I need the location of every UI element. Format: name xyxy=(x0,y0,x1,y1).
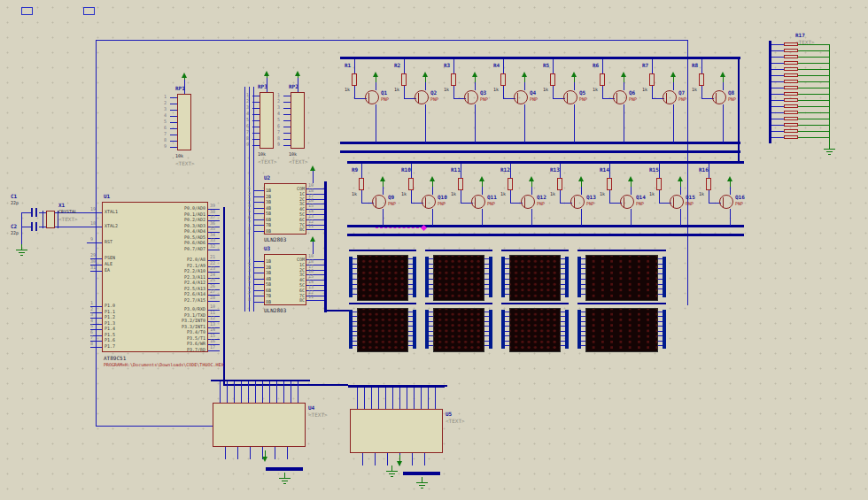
terminal-icon[interactable] xyxy=(21,7,33,15)
matrix-pin-header[interactable] xyxy=(565,257,569,297)
resistor-body[interactable] xyxy=(656,178,662,190)
wire-segment[interactable] xyxy=(21,212,22,227)
resistor-pack-body[interactable] xyxy=(291,92,305,149)
resistor-body[interactable] xyxy=(600,73,605,86)
resistor-body[interactable] xyxy=(784,73,798,77)
bus-wire[interactable] xyxy=(501,303,569,304)
bus-wire[interactable] xyxy=(349,303,416,304)
ground-icon[interactable] xyxy=(279,478,291,479)
resistor-body[interactable] xyxy=(649,73,655,86)
bus-wire[interactable] xyxy=(211,380,307,381)
ground-icon[interactable] xyxy=(824,149,835,150)
resistor-body[interactable] xyxy=(784,117,798,120)
resistor-body[interactable] xyxy=(784,129,798,133)
ground-bus[interactable] xyxy=(266,467,303,471)
matrix-pin-header[interactable] xyxy=(663,257,666,297)
transistor-body[interactable] xyxy=(514,90,528,104)
transistor-body[interactable] xyxy=(670,195,684,209)
led-matrix-display[interactable] xyxy=(433,255,484,301)
resistor-body[interactable] xyxy=(352,73,357,86)
transistor-body[interactable] xyxy=(365,90,379,104)
resistor-body[interactable] xyxy=(607,178,612,190)
transistor-body[interactable] xyxy=(719,195,733,209)
bus-wire[interactable] xyxy=(340,150,740,153)
resistor-body[interactable] xyxy=(784,42,798,46)
wire-segment[interactable] xyxy=(96,426,213,427)
led-matrix-display[interactable] xyxy=(357,255,408,301)
transistor-body[interactable] xyxy=(570,195,585,209)
bus-wire[interactable] xyxy=(425,303,492,304)
bus-wire[interactable] xyxy=(225,384,348,386)
transistor-body[interactable] xyxy=(415,90,429,104)
resistor-body[interactable] xyxy=(784,49,798,52)
transistor-body[interactable] xyxy=(613,90,627,104)
resistor-body[interactable] xyxy=(784,92,798,96)
wire-segment[interactable] xyxy=(96,40,688,41)
bus-wire[interactable] xyxy=(349,250,416,251)
bus-wire[interactable] xyxy=(347,234,744,236)
resistor-body[interactable] xyxy=(784,98,798,102)
wire-segment[interactable] xyxy=(96,40,97,427)
bus-wire[interactable] xyxy=(347,161,744,164)
wire-segment[interactable] xyxy=(244,87,245,312)
resistor-body[interactable] xyxy=(784,67,798,71)
led-matrix-display[interactable] xyxy=(585,255,658,301)
matrix-pin-header[interactable] xyxy=(489,257,492,297)
ground-icon[interactable] xyxy=(16,250,27,250)
resistor-body[interactable] xyxy=(359,178,364,190)
bus-wire[interactable] xyxy=(501,250,569,251)
resistor-body[interactable] xyxy=(784,123,798,127)
resistor-body[interactable] xyxy=(458,178,463,190)
wire-segment[interactable] xyxy=(687,40,688,305)
bus-wire[interactable] xyxy=(738,59,740,164)
resistor-body[interactable] xyxy=(784,135,798,139)
resistor-body[interactable] xyxy=(784,104,798,108)
led-matrix-display[interactable] xyxy=(433,308,484,352)
ground-icon[interactable] xyxy=(386,471,398,472)
transistor-body[interactable] xyxy=(663,90,677,104)
driver-ic-body[interactable] xyxy=(350,409,443,453)
matrix-pin-header[interactable] xyxy=(489,310,492,349)
transistor-body[interactable] xyxy=(712,90,726,104)
power-terminal-icon[interactable] xyxy=(262,457,267,462)
bus-wire[interactable] xyxy=(223,207,225,386)
bus-wire[interactable] xyxy=(577,303,666,304)
matrix-pin-header[interactable] xyxy=(565,310,569,349)
power-terminal-icon[interactable] xyxy=(397,461,402,466)
led-matrix-display[interactable] xyxy=(357,308,408,352)
terminal-icon[interactable] xyxy=(83,7,95,15)
led-matrix-display[interactable] xyxy=(509,255,561,301)
resistor-body[interactable] xyxy=(784,86,798,89)
resistor-body[interactable] xyxy=(699,73,704,86)
led-matrix-display[interactable] xyxy=(585,308,658,352)
resistor-body[interactable] xyxy=(408,178,414,190)
transistor-body[interactable] xyxy=(471,195,485,209)
resistor-body[interactable] xyxy=(550,73,555,86)
led-matrix-display[interactable] xyxy=(509,308,561,352)
driver-ic-body[interactable] xyxy=(213,403,306,447)
resistor-body[interactable] xyxy=(784,111,798,114)
bus-wire[interactable] xyxy=(340,57,740,59)
transistor-body[interactable] xyxy=(563,90,577,104)
transistor-body[interactable] xyxy=(620,195,634,209)
resistor-pack-body[interactable] xyxy=(177,94,191,150)
resistor-body[interactable] xyxy=(706,178,711,190)
ground-bus[interactable] xyxy=(403,472,440,475)
matrix-pin-header[interactable] xyxy=(413,310,416,349)
resistor-body[interactable] xyxy=(784,61,798,65)
resistor-body[interactable] xyxy=(401,73,407,86)
bus-wire[interactable] xyxy=(425,250,492,251)
matrix-pin-header[interactable] xyxy=(413,257,416,297)
transistor-body[interactable] xyxy=(521,195,535,209)
resistor-body[interactable] xyxy=(500,73,506,86)
resistor-pack-body[interactable] xyxy=(260,92,274,149)
bus-wire[interactable] xyxy=(348,386,445,388)
resistor-body[interactable] xyxy=(557,178,562,190)
bus-wire[interactable] xyxy=(340,142,740,144)
transistor-body[interactable] xyxy=(464,90,478,104)
crystal-body[interactable] xyxy=(46,211,55,228)
transistor-body[interactable] xyxy=(422,195,436,209)
bus-wire[interactable] xyxy=(324,181,327,312)
bus-wire[interactable] xyxy=(324,310,349,312)
transistor-body[interactable] xyxy=(372,195,386,209)
